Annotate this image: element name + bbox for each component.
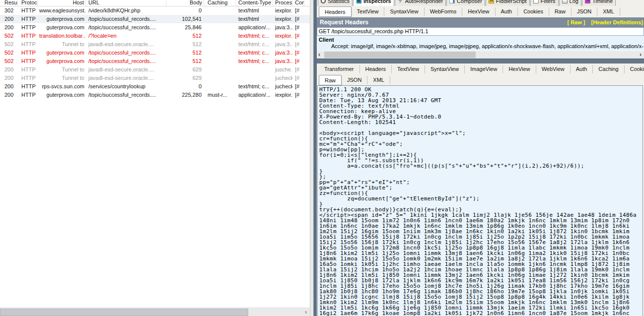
header-definitions-link[interactable]: [Header Definitions] [591,19,643,25]
main-tab[interactable]: Inspectors [353,0,394,6]
host-cell: rps-svcs.sun.com [38,82,86,91]
host-cell: www.eaglesunsyst... [38,6,86,15]
session-row[interactable]: 200 HTTP Tunnel to javadl-esd-secure.ora… [0,74,310,82]
process-cell: iexplor... [273,15,292,23]
content-type-cell [236,65,273,74]
response-raw-line: a=a.concat(ss["fro"+mc]((p(s["s"+"u"+"bs… [319,163,643,169]
column-header[interactable]: Protocol [18,0,38,6]
session-row[interactable]: 200 HTTP guterprova.com /topic/successfu… [0,23,310,32]
main-tab[interactable]: Filters [530,0,559,6]
column-header[interactable]: Comments [292,0,304,6]
raw-link[interactable]: [ Raw ] [567,19,585,25]
session-row[interactable]: 502 HTTP guterprova.com /topic/successfu… [0,57,310,65]
url-cell: javadl-esd-secure.oracle.... [86,40,166,49]
caching-cell [204,23,236,32]
main-tab[interactable]: Log [559,0,581,6]
response-raw-line: 1j8n6_1kim2_1lm5i_1j25o_1omni_1immk_13mj… [319,251,643,256]
session-row[interactable]: 200 HTTP guterprova.com /topic/successfu… [0,15,310,23]
response-inspector-tab[interactable]: TextView [392,65,425,73]
request-inspector-tab[interactable]: Raw [549,7,572,16]
statistics-icon [321,0,326,3]
hscrollbar-thumb[interactable] [324,52,476,58]
column-header[interactable]: Process [273,0,292,6]
protocol-cell: HTTP [18,49,38,57]
request-inspector-tab[interactable]: HexView [462,7,495,16]
response-raw-line: HTTP/1.1 200 OK [319,87,643,92]
session-row[interactable]: 502 HTTP guterprova.com /topic/successfu… [0,49,310,57]
column-header[interactable]: URL [86,0,166,6]
session-row[interactable]: 200 HTTP Tunnel to javadl-esd-secure.ora… [0,65,310,74]
response-inspector-tab[interactable]: Auth [571,65,593,73]
main-tab[interactable]: Composer [446,0,485,6]
protocol-cell: HTTP [18,40,38,49]
inspectors-icon [356,0,361,3]
scroll-left-arrow-icon[interactable]: ‹ [318,51,320,59]
response-raw-line: Content-Type: text/html [319,103,643,109]
response-format-tab[interactable]: JSON [342,76,367,84]
session-row[interactable]: 302 HTTP www.eaglesunsyst... /video/k8dh… [0,6,310,15]
request-inspector-tab[interactable]: Headers [319,6,352,17]
response-inspector-tab[interactable]: HexView [503,65,536,73]
response-raw-view[interactable]: HTTP/1.1 200 OK Server: nginx/0.7.67 Dat… [317,85,643,316]
result-cell: 502 [0,32,18,40]
response-raw-line: 1kc5o_15o5o_1omim_172m8_1ncn0_1kc5i_1j25… [319,245,643,251]
main-tab-label: Timeline [592,0,613,4]
column-header[interactable]: Host [38,0,86,6]
request-inspector-tab[interactable]: JSON [572,7,597,16]
session-row[interactable]: 200 HTTP guterprova.com /topic/successfu… [0,91,310,99]
response-inspector-tab[interactable]: SyntaxView [425,65,465,73]
session-list-hscrollbar[interactable]: › [0,308,310,316]
scroll-right-arrow-icon[interactable]: › [305,308,307,316]
response-raw-line: 1oa5i_1im5o_15656_15ij8_172ki_1n0cg_1ncl… [319,234,643,240]
response-inspector-tab[interactable]: Transformer [319,65,360,73]
main-tab[interactable]: Timeline [582,0,616,6]
main-tab-label: Filters [541,0,556,4]
response-raw-line: ga="getAttr"+"ibute"; [319,185,643,190]
response-inspector-tab[interactable]: Caching [593,65,624,73]
comments-cell: [# [292,40,304,49]
response-format-tab[interactable]: Raw [319,75,342,85]
request-headers-hscrollbar[interactable]: ‹ › [317,51,644,59]
url-cell: /topic/successful_records.... [86,49,166,57]
panel-splitter[interactable] [313,0,317,316]
result-cell: 200 [0,82,18,91]
response-inspector-tab[interactable]: Cookies [625,65,644,73]
main-tab[interactable]: Statistics [318,0,353,6]
main-tab[interactable]: FiddlerScript [486,0,530,6]
main-tab[interactable]: AutoResponder [395,0,446,6]
response-raw-line: 1j272_1kin0_1cgnc_1lmj8_15ij8_15o5o_1omj… [319,294,643,300]
response-inspector-tab[interactable]: Headers [360,65,392,73]
host-cell: Tunnel to [38,40,86,49]
request-inspector-tab[interactable]: XML [597,7,620,16]
request-inspector-tab[interactable]: Cookies [518,7,549,16]
fiddler-window: Result Protocol Host URL Body Caching Co… [0,0,644,316]
session-row[interactable]: 200 HTTP rps-svcs.sun.com /services/coun… [0,82,310,91]
session-row[interactable]: 502 HTTP Tunnel to javadl-esd-secure.ora… [0,40,310,49]
request-inspector-tab[interactable]: TextView [352,7,385,16]
session-list-vscrollbar[interactable] [310,0,313,316]
response-format-tab[interactable]: XML [367,76,390,84]
body-size-cell: 629 [166,74,204,82]
body-size-cell: 512 [166,57,204,65]
scroll-right-arrow-icon[interactable]: › [640,51,642,59]
request-inspector-tab[interactable]: WebForms [425,7,463,16]
column-header[interactable]: Caching [204,0,236,6]
request-inspector-tab[interactable]: SyntaxView [384,7,424,16]
request-response-splitter[interactable] [317,59,644,63]
session-list-panel: Result Protocol Host URL Body Caching Co… [0,0,310,316]
column-header[interactable]: Body [166,0,204,6]
column-header[interactable]: Content-Type [236,0,273,6]
response-inspector-tab[interactable]: WebView [536,65,571,73]
session-row[interactable]: 502 HTTP translation.toolbar.... /?local… [0,32,310,40]
comments-cell: [# [292,6,304,15]
body-size-cell: 512 [166,49,204,57]
url-cell: javadl-esd-secure.oracle.... [86,74,166,82]
caching-cell [204,32,236,40]
content-type-cell: text/html [236,6,273,15]
hscrollbar-thumb[interactable] [0,309,248,316]
client-section-node[interactable]: Client [317,36,644,43]
response-inspector-tab[interactable]: ImageView [465,65,503,73]
column-header[interactable]: Result [0,0,18,6]
accept-header-row[interactable]: Accept: image/gif, image/x-xbitmap, imag… [317,43,644,49]
request-inspector-tab[interactable]: Auth [496,7,518,16]
